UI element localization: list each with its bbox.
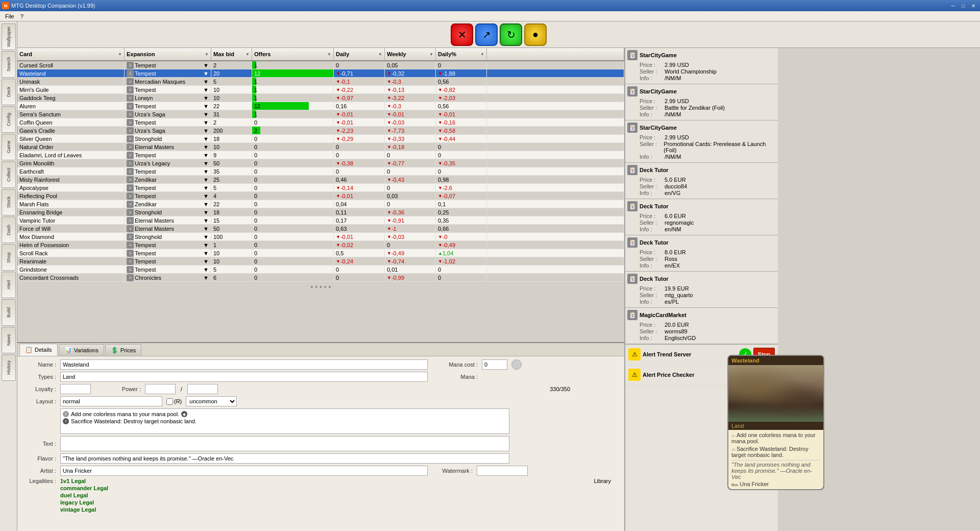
exp-dropdown-icon[interactable]: ▼	[203, 79, 209, 85]
exp-dropdown-icon[interactable]: ▼	[203, 111, 209, 117]
minimize-button[interactable]: ─	[948, 2, 958, 10]
sidebar-item-stock[interactable]: Stock	[2, 189, 16, 215]
exp-dropdown-icon[interactable]: ▼	[203, 103, 209, 109]
sidebar-item-wallpaper[interactable]: Wallpaper	[2, 23, 16, 50]
exp-dropdown-icon[interactable]: ▼	[203, 62, 209, 68]
table-row[interactable]: Scroll Rack ⚔ Tempest ▼ 10 0 0,5 ▼-0,49 …	[17, 249, 624, 257]
sidebar-item-game[interactable]: Game	[2, 134, 16, 160]
loyalty-input[interactable]	[60, 384, 91, 394]
text-textarea[interactable]	[60, 436, 509, 451]
table-row[interactable]: Serra's Sanctum ⚔ Urza's Saga ▼ 31 1 ▼-0…	[17, 110, 624, 118]
close-button[interactable]: ✕	[969, 2, 978, 10]
mana-cost-input[interactable]	[482, 359, 507, 370]
table-row[interactable]: Vampiric Tutor ⚔ Eternal Masters ▼ 15 0 …	[17, 216, 624, 225]
sidebar-item-builder[interactable]: Build	[2, 299, 16, 326]
flavor-input[interactable]	[60, 453, 509, 464]
artist-input[interactable]	[60, 466, 428, 476]
sidebar-item-news[interactable]: News	[2, 327, 16, 353]
exp-dropdown-icon[interactable]: ▼	[203, 234, 209, 240]
exp-dropdown-icon[interactable]: ▼	[203, 209, 209, 215]
table-row[interactable]: Mox Diamond ⚔ Stronghold ▼ 100 0 ▼-0,01 …	[17, 233, 624, 241]
th-expansion[interactable]: Expansion▼	[125, 48, 211, 60]
table-row[interactable]: Reflecting Pool ⚔ Tempest ▼ 4 0 ▼-0,01 0…	[17, 192, 624, 200]
exp-dropdown-icon[interactable]: ▼	[203, 136, 209, 142]
table-row[interactable]: Gaddock Teeg ⚔ Lorwyn ▼ 10 1 ▼-0,97 ▼-3,…	[17, 94, 624, 102]
table-row[interactable]: Reanimate ⚔ Tempest ▼ 10 0 ▼-0,24 ▼-0,74…	[17, 257, 624, 266]
sidebar-item-search[interactable]: Search	[2, 51, 16, 78]
table-row[interactable]: Helm of Possession ⚔ Tempest ▼ 1 0 ▼-0,0…	[17, 241, 624, 249]
exp-dropdown-icon[interactable]: ▼	[203, 250, 209, 256]
sidebar-item-history[interactable]: History	[2, 354, 16, 381]
exp-dropdown-icon[interactable]: ▼	[203, 185, 209, 191]
gold-tool-button[interactable]: ●	[524, 23, 547, 46]
th-daily[interactable]: Daily▼	[334, 48, 385, 60]
power-input[interactable]	[145, 384, 176, 394]
exp-dropdown-icon[interactable]: ▼	[203, 177, 209, 183]
exp-dropdown-icon[interactable]: ▼	[203, 95, 209, 101]
exp-dropdown-icon[interactable]: ▼	[203, 218, 209, 224]
table-row[interactable]: Marsh Flats ⚔ Zendikar ▼ 22 0 0,04 0 0,1	[17, 200, 624, 208]
exp-dropdown-icon[interactable]: ▼	[203, 201, 209, 207]
th-dailypct[interactable]: Daily%▼	[436, 48, 487, 60]
exp-dropdown-icon[interactable]: ▼	[203, 193, 209, 199]
close-tool-button[interactable]: ✕	[451, 23, 473, 46]
card-table-container[interactable]: Card▼ Expansion▼ Max bid▼ Offers▼ Daily▼…	[17, 48, 624, 342]
menu-help[interactable]: ?	[17, 12, 27, 20]
exp-dropdown-icon[interactable]: ▼	[203, 267, 209, 273]
name-input[interactable]	[60, 359, 428, 370]
exp-dropdown-icon[interactable]: ▼	[203, 275, 209, 281]
menu-file[interactable]: File	[2, 12, 17, 20]
exp-dropdown-icon[interactable]: ▼	[203, 144, 209, 150]
table-row[interactable]: Silver Queen ⚔ Stronghold ▼ 18 0 ▼-0,29 …	[17, 135, 624, 143]
exp-dropdown-icon[interactable]: ▼	[203, 128, 209, 134]
table-row[interactable]: Mirri's Guile ⚔ Tempest ▼ 10 1 ▼-0,22 ▼-…	[17, 86, 624, 94]
table-row[interactable]: Earthcraft ⚔ Tempest ▼ 35 0 0 0 0	[17, 167, 624, 176]
table-row[interactable]: Force of Will ⚔ Eternal Masters ▼ 50 0 0…	[17, 225, 624, 233]
export-tool-button[interactable]: ↗	[475, 23, 498, 46]
table-row[interactable]: Coffin Queen ⚔ Tempest ▼ 2 0 ▼-0,01 ▼-0,…	[17, 118, 624, 127]
table-row[interactable]: Natural Order ⚔ Eternal Masters ▼ 10 0 0…	[17, 143, 624, 151]
exp-dropdown-icon[interactable]: ▼	[203, 226, 209, 232]
r-checkbox[interactable]	[166, 398, 173, 405]
types-input[interactable]	[60, 372, 428, 382]
exp-dropdown-icon[interactable]: ▼	[203, 168, 209, 175]
th-offers[interactable]: Offers▼	[252, 48, 334, 60]
sidebar-item-configuration[interactable]: Config	[2, 106, 16, 133]
table-row[interactable]: Ensnaring Bridge ⚔ Stronghold ▼ 18 0 0,1…	[17, 208, 624, 216]
table-row[interactable]: Grindstone ⚔ Tempest ▼ 5 0 0 0,01 0	[17, 266, 624, 274]
table-row[interactable]: Apocalypse ⚔ Tempest ▼ 5 0 ▼-0,14 0 ▼-2,…	[17, 184, 624, 192]
exp-dropdown-icon[interactable]: ▼	[203, 160, 209, 166]
table-row[interactable]: Grim Monolith ⚔ Urza's Legacy ▼ 50 0 ▼-0…	[17, 159, 624, 167]
sidebar-item-collections[interactable]: Collect	[2, 161, 16, 188]
table-row[interactable]: Wasteland ⚔ Tempest ▼ 20 12 ▼-0,71 ▼-0,3…	[17, 69, 624, 78]
tab-variations[interactable]: 📊 Variations	[59, 344, 104, 356]
exp-dropdown-icon[interactable]: ▼	[203, 119, 209, 126]
tab-details[interactable]: 📋 Details	[19, 344, 58, 356]
table-row[interactable]: Concordant Crossroads ⚔ Chronicles ▼ 6 0…	[17, 274, 624, 282]
sidebar-item-shopping[interactable]: Shop	[2, 244, 16, 271]
watermark-input[interactable]	[477, 466, 528, 476]
sidebar-item-alert[interactable]: Alert	[2, 272, 16, 298]
sidebar-item-deck[interactable]: Deck	[2, 79, 16, 105]
table-row[interactable]: Aluren ⚔ Tempest ▼ 22 12 0,16 ▼-0,3 0,56	[17, 102, 624, 110]
exp-dropdown-icon[interactable]: ▼	[203, 70, 209, 77]
table-row[interactable]: Unmask ⚔ Mercadian Masques ▼ 5 1 ▼-0,1 ▼…	[17, 78, 624, 86]
exp-dropdown-icon[interactable]: ▼	[203, 242, 209, 248]
table-row[interactable]: Misty Rainforest ⚔ Zendikar ▼ 25 0 0,46 …	[17, 176, 624, 184]
th-maxbid[interactable]: Max bid▼	[211, 48, 252, 60]
sidebar-item-dashboards[interactable]: Dash	[2, 216, 16, 243]
rarity-select[interactable]: uncommon common rare mythic rare	[186, 396, 237, 406]
table-row[interactable]: Eladamri, Lord of Leaves ⚔ Tempest ▼ 9 0…	[17, 151, 624, 159]
exp-dropdown-icon[interactable]: ▼	[203, 152, 209, 158]
toughness-input[interactable]	[187, 384, 218, 394]
layout-input[interactable]	[60, 396, 162, 406]
tab-prices[interactable]: 💲 Prices	[105, 344, 142, 356]
th-card[interactable]: Card▼	[17, 48, 125, 60]
exp-dropdown-icon[interactable]: ▼	[203, 87, 209, 93]
th-weekly[interactable]: Weekly▼	[385, 48, 436, 60]
exp-dropdown-icon[interactable]: ▼	[203, 258, 209, 264]
table-row[interactable]: Cursed Scroll ⚔ Tempest ▼ 2 1 0 0,05 0	[17, 61, 624, 69]
refresh-tool-button[interactable]: ↻	[500, 23, 522, 46]
maximize-button[interactable]: □	[959, 2, 968, 10]
table-row[interactable]: Gaea's Cradle ⚔ Urza's Saga ▼ 200 2 ▼-2,…	[17, 127, 624, 135]
